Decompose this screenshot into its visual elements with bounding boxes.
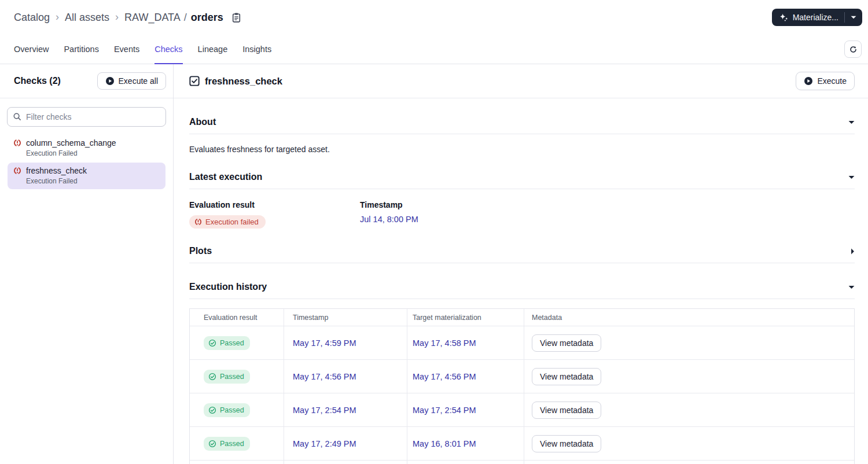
chevron-right-icon[interactable] [851, 248, 855, 255]
check-failed-icon [194, 218, 202, 226]
table-header-row: Evaluation result Timestamp Target mater… [190, 309, 854, 326]
checks-count-title: Checks (2) [14, 76, 61, 86]
refresh-button[interactable] [844, 40, 862, 58]
check-circle-icon [208, 440, 216, 448]
timestamp-label: Timestamp [360, 200, 531, 209]
passed-badge-label: Passed [220, 440, 244, 448]
passed-badge-label: Passed [220, 373, 244, 381]
view-metadata-button[interactable]: View metadata [532, 334, 601, 352]
execution-history-title: Execution history [189, 282, 267, 292]
chevron-right-icon: › [115, 11, 119, 23]
tab-lineage[interactable]: Lineage [198, 35, 228, 64]
chevron-down-icon[interactable] [848, 175, 855, 179]
passed-badge: Passed [204, 336, 250, 350]
materialize-button[interactable]: Materialize... [772, 9, 844, 26]
breadcrumb-catalog[interactable]: Catalog [14, 12, 50, 24]
filter-checks-wrap [7, 107, 166, 127]
about-section: About Evaluates freshness for targeted a… [189, 117, 855, 154]
check-failed-icon [13, 167, 21, 175]
tab-insights[interactable]: Insights [242, 35, 271, 64]
table-row: Passed May 17, 2:49 PM May 16, 8:01 PM V… [190, 427, 854, 461]
execution-history-section: Execution history Evaluation result Time… [189, 282, 855, 464]
target-materialization-link[interactable]: May 16, 8:01 PM [413, 439, 476, 448]
target-materialization-link[interactable]: May 17, 2:54 PM [413, 406, 476, 415]
breadcrumb-asset-name: orders [191, 12, 223, 23]
timestamp-link[interactable]: May 17, 4:59 PM [293, 338, 356, 348]
execution-failed-badge-label: Execution failed [205, 218, 259, 226]
column-header-timestamp: Timestamp [284, 309, 407, 326]
view-metadata-button[interactable]: View metadata [532, 368, 601, 385]
check-circle-icon [208, 339, 216, 347]
sidebar-header: Checks (2) Execute all [0, 64, 173, 98]
check-list-item-column-schema-change[interactable]: column_schema_change Execution Failed [8, 135, 165, 161]
chevron-down-icon[interactable] [848, 120, 855, 124]
execution-failed-badge: Execution failed [189, 215, 266, 229]
execution-history-table: Evaluation result Timestamp Target mater… [189, 308, 855, 464]
target-materialization-link[interactable]: May 17, 4:58 PM [413, 338, 476, 348]
top-header: Catalog › All assets › RAW_DATA / orders [0, 0, 868, 35]
execution-history-header[interactable]: Execution history [189, 282, 855, 299]
breadcrumb-all-assets[interactable]: All assets [65, 12, 109, 24]
materialize-button-group: Materialize... [772, 9, 862, 26]
tab-partitions[interactable]: Partitions [64, 35, 98, 64]
tab-bar: Overview Partitions Events Checks Lineag… [0, 35, 868, 64]
chevron-right-icon: › [56, 11, 59, 23]
sparkle-icon [779, 13, 789, 23]
filter-checks-input[interactable] [7, 107, 166, 127]
page-title: freshness_check [205, 76, 282, 87]
search-icon [13, 112, 21, 121]
materialize-dropdown-button[interactable] [845, 9, 862, 26]
breadcrumb-group[interactable]: RAW_DATA [124, 12, 180, 23]
plots-title: Plots [189, 246, 212, 256]
timestamp-link[interactable]: May 17, 2:49 PM [293, 439, 356, 448]
table-row: Passed May 17, 4:56 PM May 17, 4:56 PM V… [190, 360, 854, 393]
check-detail-header: freshness_check Execute [174, 64, 868, 98]
check-name: freshness_check [26, 166, 87, 175]
check-status: Execution Failed [26, 149, 160, 157]
check-square-icon [189, 76, 200, 86]
column-header-metadata: Metadata [524, 309, 854, 326]
timestamp-link[interactable]: May 17, 4:56 PM [293, 372, 356, 381]
view-metadata-button[interactable]: View metadata [532, 402, 601, 419]
check-detail-panel: freshness_check Execute About Evaluates … [174, 64, 868, 464]
latest-execution-section: Latest execution Evaluation result [189, 172, 855, 229]
passed-badge-label: Passed [220, 406, 244, 414]
timestamp-field: Timestamp Jul 14, 8:00 PM [360, 200, 531, 229]
plots-section-header[interactable]: Plots [189, 246, 855, 263]
timestamp-link[interactable]: May 17, 2:54 PM [293, 406, 356, 415]
about-description: Evaluates freshness for targeted asset. [189, 145, 855, 154]
checks-sidebar: Checks (2) Execute all [0, 64, 174, 464]
view-metadata-button[interactable]: View metadata [532, 435, 601, 452]
caret-down-icon [851, 16, 856, 19]
tab-overview[interactable]: Overview [14, 35, 49, 64]
check-circle-icon [208, 373, 216, 381]
target-materialization-link[interactable]: May 17, 4:56 PM [413, 372, 476, 381]
passed-badge: Passed [204, 403, 250, 417]
table-row-partial [190, 461, 854, 464]
table-row: Passed May 17, 2:54 PM May 17, 2:54 PM V… [190, 393, 854, 427]
passed-badge-label: Passed [220, 339, 244, 347]
copy-clipboard-icon[interactable] [231, 12, 241, 23]
execute-label: Execute [817, 76, 847, 86]
about-title: About [189, 117, 216, 127]
column-header-evaluation-result: Evaluation result [190, 309, 284, 326]
tab-events[interactable]: Events [114, 35, 139, 64]
check-name: column_schema_change [26, 138, 116, 148]
execute-all-button[interactable]: Execute all [97, 72, 166, 90]
chevron-down-icon[interactable] [848, 285, 855, 289]
about-section-header[interactable]: About [189, 117, 855, 134]
check-failed-icon [13, 139, 21, 147]
tabs: Overview Partitions Events Checks Lineag… [14, 35, 271, 64]
execute-button[interactable]: Execute [796, 72, 855, 90]
check-list: column_schema_change Execution Failed fr… [0, 135, 173, 189]
breadcrumb-asset-path: RAW_DATA / orders [124, 12, 223, 24]
latest-execution-header[interactable]: Latest execution [189, 172, 855, 189]
play-icon [105, 76, 115, 86]
refresh-icon [849, 45, 858, 54]
check-list-item-freshness-check[interactable]: freshness_check Execution Failed [8, 163, 165, 189]
check-circle-icon [208, 406, 216, 414]
tab-checks[interactable]: Checks [155, 35, 182, 64]
play-icon [804, 76, 813, 86]
latest-execution-title: Latest execution [189, 172, 262, 182]
latest-timestamp-link[interactable]: Jul 14, 8:00 PM [360, 215, 531, 224]
